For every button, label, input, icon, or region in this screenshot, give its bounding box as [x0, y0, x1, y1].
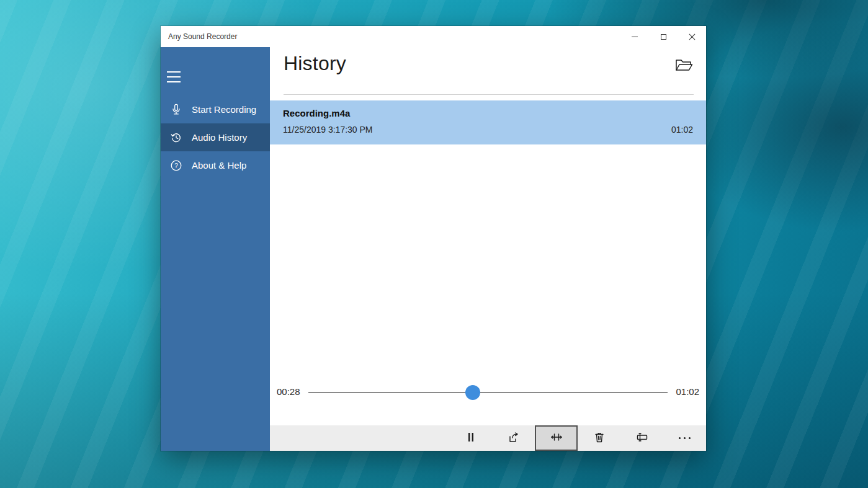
recording-timestamp: 11/25/2019 3:17:30 PM — [283, 125, 373, 135]
sidebar-item-label: Start Recording — [192, 104, 256, 115]
header-divider — [284, 94, 694, 95]
hamburger-menu-button[interactable] — [161, 67, 190, 87]
share-icon — [508, 431, 520, 445]
hamburger-icon — [167, 71, 181, 73]
main-content: History Recording.m4a 11/25/2019 3:17:30… — [270, 47, 706, 451]
history-icon — [161, 131, 192, 144]
recording-list-item[interactable]: Recording.m4a 11/25/2019 3:17:30 PM 01:0… — [270, 100, 706, 144]
titlebar: Any Sound Recorder — [161, 26, 706, 47]
elapsed-time: 00:28 — [277, 386, 300, 397]
microphone-icon — [161, 103, 192, 117]
rename-icon — [636, 431, 648, 445]
sidebar-item-audio-history[interactable]: Audio History — [161, 123, 270, 151]
pause-button[interactable] — [449, 425, 492, 451]
sidebar-item-label: Audio History — [192, 132, 247, 143]
slider-track[interactable] — [308, 392, 668, 393]
minimize-button[interactable] — [620, 26, 649, 47]
sidebar-item-label: About & Help — [192, 160, 246, 171]
app-window: Any Sound Recorder — [161, 26, 706, 451]
minimize-icon — [632, 37, 638, 37]
sidebar-nav: Start Recording Audio History ? — [161, 95, 270, 179]
more-button[interactable] — [663, 425, 706, 451]
sidebar-item-about-help[interactable]: ? About & Help — [161, 151, 270, 179]
recording-duration: 01:02 — [671, 125, 693, 135]
sidebar: Start Recording Audio History ? — [161, 47, 270, 451]
sidebar-item-start-recording[interactable]: Start Recording — [161, 95, 270, 123]
close-button[interactable] — [678, 26, 706, 47]
recording-name: Recording.m4a — [283, 108, 350, 118]
trim-button[interactable] — [535, 425, 578, 451]
open-folder-button[interactable] — [673, 56, 695, 76]
rename-button[interactable] — [620, 425, 663, 451]
seek-slider[interactable] — [308, 384, 668, 401]
caption-buttons — [620, 26, 706, 47]
playback-controls: 00:28 01:02 — [270, 384, 706, 401]
maximize-icon — [661, 34, 666, 40]
total-time: 01:02 — [676, 386, 699, 397]
more-icon — [679, 437, 691, 439]
page-title: History — [284, 52, 346, 75]
open-folder-icon — [674, 57, 693, 75]
svg-text:?: ? — [174, 162, 178, 169]
trim-icon — [550, 431, 563, 445]
maximize-button[interactable] — [649, 26, 678, 47]
delete-icon — [593, 431, 606, 445]
pause-icon — [465, 431, 477, 445]
bottom-toolbar — [270, 425, 706, 451]
share-button[interactable] — [492, 425, 535, 451]
delete-button[interactable] — [578, 425, 620, 451]
help-icon: ? — [161, 159, 192, 172]
close-icon — [689, 33, 696, 40]
slider-thumb[interactable] — [465, 385, 480, 400]
window-title: Any Sound Recorder — [168, 32, 237, 41]
